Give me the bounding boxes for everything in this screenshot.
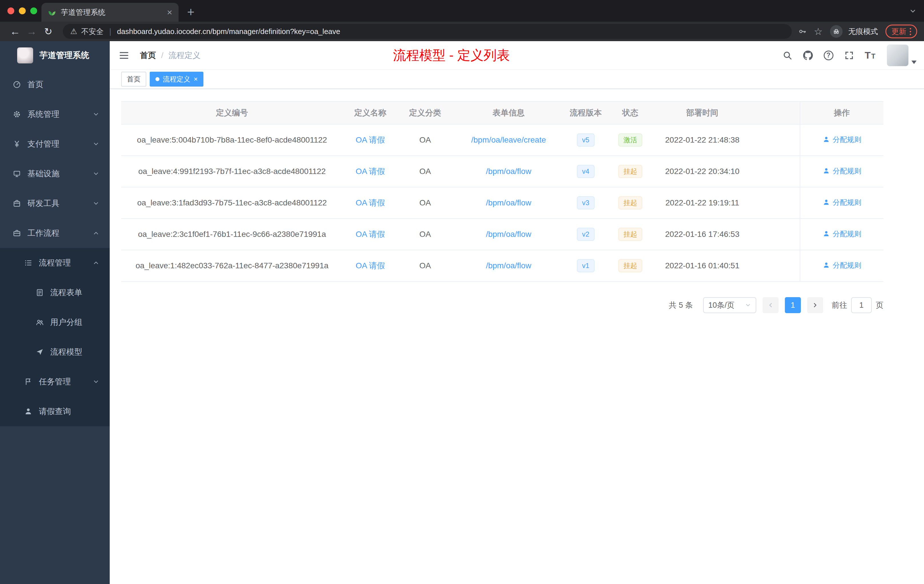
- goto-page-input[interactable]: [851, 297, 872, 313]
- form-link[interactable]: /bpm/oa/leave/create: [471, 135, 546, 144]
- sidebar-item-11[interactable]: 任务管理: [0, 367, 110, 397]
- tag-home[interactable]: 首页: [121, 72, 146, 87]
- sidebar-toggle-icon[interactable]: [110, 50, 138, 61]
- new-tab-button[interactable]: +: [187, 3, 195, 21]
- table-header-row: 定义编号定义名称定义分类表单信息流程版本状态部署时间操作: [121, 101, 883, 124]
- page-title: 流程模型 - 定义列表: [393, 46, 510, 64]
- assign-rule-label: 分配规则: [833, 166, 861, 176]
- sidebar-item-10[interactable]: 流程模型: [0, 337, 110, 367]
- sidebar-item-label: 基础设施: [27, 168, 92, 179]
- tag-label: 流程定义: [163, 74, 190, 84]
- browser-toolbar: ← → ↻ ⚠ 不安全 | dashboard.yudao.iocoder.cn…: [0, 22, 924, 41]
- tab-close-icon[interactable]: ×: [167, 8, 172, 17]
- status-tag: 激活: [618, 134, 642, 147]
- sidebar-item-7[interactable]: 流程管理: [0, 248, 110, 278]
- fullscreen-icon[interactable]: [844, 51, 854, 60]
- assign-rule-link[interactable]: 分配规则: [823, 261, 861, 270]
- spacer-cell: [751, 219, 800, 250]
- minimize-window-button[interactable]: [19, 7, 26, 14]
- browser-update-button[interactable]: 更新: [885, 25, 917, 38]
- sidebar-item-8[interactable]: 流程表单: [0, 278, 110, 307]
- status-tag: 挂起: [618, 259, 642, 272]
- avatar[interactable]: [887, 45, 909, 66]
- definition-table: 定义编号定义名称定义分类表单信息流程版本状态部署时间操作 oa_leave:5:…: [121, 101, 883, 282]
- address-separator: |: [109, 27, 111, 36]
- browser-tab-strip: 芋道管理系统 × +: [0, 0, 924, 22]
- assign-rule-link[interactable]: 分配规则: [823, 198, 861, 207]
- browser-tab[interactable]: 芋道管理系统 ×: [41, 3, 178, 22]
- assign-rule-link[interactable]: 分配规则: [823, 135, 861, 144]
- column-header: 定义编号: [121, 101, 343, 124]
- form-link[interactable]: /bpm/oa/flow: [486, 230, 531, 239]
- prev-page-button[interactable]: [762, 297, 779, 313]
- sidebar-menu: 首页系统管理支付管理基础设施研发工具工作流程流程管理流程表单用户分组流程模型任务…: [0, 70, 110, 426]
- cell-deploy-time: 2022-01-22 20:34:10: [654, 156, 751, 187]
- help-icon[interactable]: ?: [824, 51, 833, 60]
- active-dot: [155, 77, 159, 81]
- reload-button[interactable]: ↻: [40, 26, 56, 36]
- sidebar-item-2[interactable]: 系统管理: [0, 99, 110, 129]
- assign-rule-link[interactable]: 分配规则: [823, 166, 861, 176]
- chevron-down-icon: [92, 200, 99, 207]
- sidebar-item-9[interactable]: 用户分组: [0, 307, 110, 337]
- cell-deploy-time: 2022-01-22 19:19:11: [654, 187, 751, 219]
- user-icon: [823, 167, 830, 175]
- chevron-down-icon: [92, 170, 99, 177]
- bookmark-star-icon[interactable]: ☆: [814, 26, 823, 36]
- url-text[interactable]: dashboard.yudao.iocoder.cn/bpm/manager/d…: [117, 27, 340, 36]
- page-unit-label: 页: [876, 300, 883, 310]
- breadcrumb: 首页 / 流程定义: [140, 50, 201, 61]
- forward-button[interactable]: →: [23, 26, 40, 36]
- page-size-select[interactable]: 10条/页: [703, 297, 756, 313]
- definition-name-link[interactable]: OA 请假: [356, 230, 385, 239]
- search-icon[interactable]: [782, 51, 792, 60]
- page-number-button[interactable]: 1: [785, 297, 801, 313]
- sidebar-item-4[interactable]: 基础设施: [0, 159, 110, 188]
- goto-label: 前往: [832, 300, 847, 310]
- status-tag: 挂起: [618, 165, 642, 178]
- breadcrumb-current: 流程定义: [168, 50, 201, 61]
- font-size-icon[interactable]: TT: [865, 50, 876, 61]
- form-link[interactable]: /bpm/oa/flow: [486, 198, 531, 207]
- sidebar-item-1[interactable]: 首页: [0, 70, 110, 99]
- next-page-button[interactable]: [807, 297, 823, 313]
- form-link[interactable]: /bpm/oa/flow: [486, 167, 531, 176]
- yen-icon: [13, 140, 21, 148]
- back-button[interactable]: ←: [7, 26, 23, 36]
- breadcrumb-home[interactable]: 首页: [140, 50, 156, 61]
- close-window-button[interactable]: [7, 7, 14, 14]
- sidebar-item-6[interactable]: 工作流程: [0, 218, 110, 248]
- tag-process-definition[interactable]: 流程定义 ×: [150, 72, 203, 87]
- sidebar-item-3[interactable]: 支付管理: [0, 129, 110, 159]
- spacer-column-header: [751, 101, 800, 124]
- dashboard-icon: [13, 80, 21, 89]
- form-link[interactable]: /bpm/oa/flow: [486, 261, 531, 270]
- definition-name-link[interactable]: OA 请假: [356, 261, 385, 270]
- sidebar-item-label: 研发工具: [27, 198, 92, 209]
- browser-menu-icon[interactable]: [910, 28, 911, 35]
- cell-deploy-time: 2022-01-22 21:48:38: [654, 124, 751, 156]
- tab-search-chevron-icon[interactable]: [909, 7, 917, 15]
- password-key-icon[interactable]: [798, 27, 807, 36]
- definition-name-link[interactable]: OA 请假: [356, 135, 385, 144]
- github-icon[interactable]: [803, 51, 813, 60]
- chevron-down-icon: [92, 140, 99, 147]
- cell-definition-id: oa_leave:4:991f2193-7b7f-11ec-a3c8-acde4…: [121, 156, 343, 187]
- page-size-value: 10条/页: [708, 300, 734, 310]
- infra-icon: [13, 170, 21, 178]
- app-header: 首页 / 流程定义 流程模型 - 定义列表 ? TT: [110, 41, 924, 70]
- sidebar-item-12[interactable]: 请假查询: [0, 397, 110, 426]
- assign-rule-link[interactable]: 分配规则: [823, 229, 861, 239]
- table-row: oa_leave:3:1fad3d93-7b75-11ec-a3c8-acde4…: [121, 187, 883, 219]
- user-menu[interactable]: [887, 45, 917, 66]
- address-bar[interactable]: ⚠ 不安全 | dashboard.yudao.iocoder.cn/bpm/m…: [63, 24, 792, 39]
- maximize-window-button[interactable]: [30, 7, 37, 14]
- tag-close-icon[interactable]: ×: [194, 76, 198, 82]
- definition-name-link[interactable]: OA 请假: [356, 167, 385, 176]
- process-icon: [24, 259, 33, 267]
- version-tag: v4: [577, 165, 594, 178]
- definition-name-link[interactable]: OA 请假: [356, 198, 385, 207]
- sidebar-item-5[interactable]: 研发工具: [0, 188, 110, 218]
- column-header: 流程版本: [564, 101, 607, 124]
- sidebar-logo-row[interactable]: 芋道管理系统: [0, 41, 110, 70]
